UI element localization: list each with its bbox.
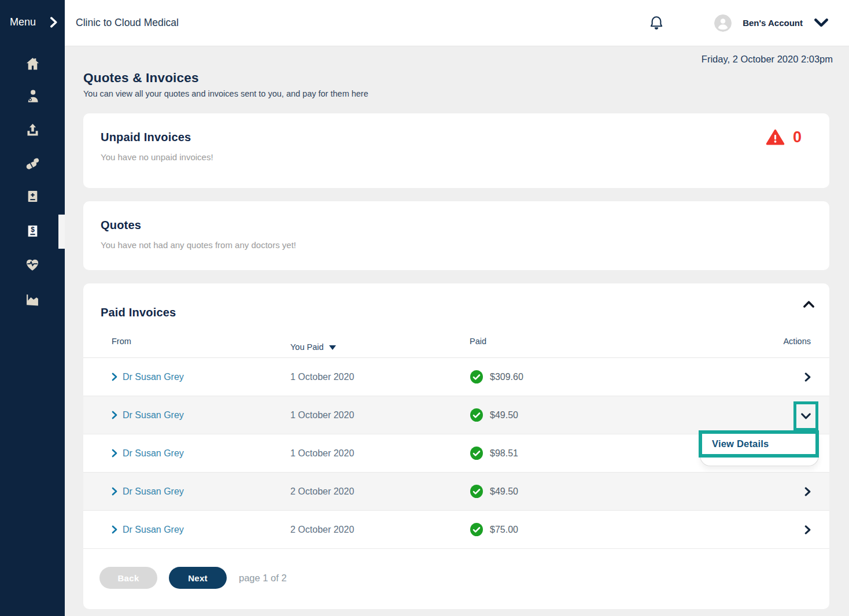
column-from: From: [112, 337, 290, 357]
column-you-paid-sort[interactable]: You Paid: [290, 337, 470, 357]
paid-invoices-title: Paid Invoices: [83, 283, 829, 319]
table-header: From You Paid Paid Actions: [83, 337, 829, 358]
paid-invoices-card: Paid Invoices From You Paid Paid Actions…: [83, 283, 829, 609]
doctor-name: Dr Susan Grey: [123, 448, 184, 459]
row-actions-button[interactable]: [804, 525, 811, 534]
svg-text:$: $: [31, 226, 35, 234]
next-button[interactable]: Next: [169, 567, 227, 589]
paid-check-icon: [470, 522, 483, 537]
chevron-right-icon: [112, 487, 117, 496]
sidebar-item-reports[interactable]: [0, 291, 65, 309]
invoice-icon: $: [25, 224, 40, 241]
warning-icon: [765, 128, 785, 146]
doctor-name: Dr Susan Grey: [123, 410, 184, 420]
unpaid-invoices-card: Unpaid Invoices You have no unpaid invoi…: [83, 113, 829, 188]
sidebar-item-health[interactable]: [0, 256, 65, 275]
sidebar-item-medications[interactable]: [0, 156, 65, 174]
column-actions: Actions: [783, 337, 811, 357]
quotes-title: Quotes: [83, 201, 829, 232]
topbar-right: Ben's Account: [648, 14, 849, 32]
doctor-name: Dr Susan Grey: [123, 372, 184, 382]
pagination: Back Next page 1 of 2: [99, 567, 829, 589]
sidebar-item-uploads[interactable]: [0, 122, 65, 140]
paid-amount-cell: $75.00: [470, 522, 776, 537]
unpaid-invoices-message: You have no unpaid invoices!: [101, 152, 829, 162]
active-item-indicator: [58, 215, 65, 249]
chevron-up-icon: [803, 301, 814, 308]
paid-amount: $98.51: [490, 448, 518, 459]
invoice-from-link[interactable]: Dr Susan Grey: [112, 486, 290, 497]
sidebar-item-home[interactable]: [0, 56, 65, 74]
user-icon: [714, 14, 732, 32]
paid-amount-cell: $49.50: [470, 484, 776, 499]
paid-check-icon: [470, 408, 483, 422]
chevron-right-icon: [112, 411, 117, 419]
collapse-section-button[interactable]: [803, 301, 814, 308]
chevron-down-icon: [801, 413, 811, 419]
page-title: Quotes & Invoices: [83, 71, 849, 86]
avatar[interactable]: [714, 14, 732, 32]
paid-date: 1 October 2020: [290, 448, 470, 459]
current-datetime: Friday, 2 October 2020 2:03pm: [65, 46, 849, 65]
quotes-card: Quotes You have not had any quotes from …: [83, 201, 829, 270]
column-you-paid-label: You Paid: [290, 342, 324, 352]
invoice-from-link[interactable]: Dr Susan Grey: [112, 525, 290, 535]
notifications-button[interactable]: [648, 14, 665, 31]
paid-amount: $75.00: [490, 525, 518, 535]
paid-check-icon: [470, 484, 483, 499]
sidebar-item-invoices[interactable]: $: [0, 224, 65, 241]
row-actions-button[interactable]: [804, 487, 811, 496]
sidebar: Menu $: [0, 0, 65, 616]
account-name: Ben's Account: [743, 18, 803, 28]
quotes-message: You have not had any quotes from any doc…: [101, 240, 829, 250]
menu-label: Menu: [10, 16, 36, 28]
health-icon: [24, 256, 40, 275]
table-row[interactable]: Dr Susan Grey 1 October 2020 $49.50: [83, 396, 829, 434]
paid-date: 1 October 2020: [290, 410, 470, 420]
unpaid-count: 0: [793, 128, 802, 146]
chevron-right-icon: [112, 449, 117, 458]
medication-icon: [24, 156, 40, 174]
paid-check-icon: [470, 370, 483, 384]
unpaid-invoices-title: Unpaid Invoices: [83, 113, 829, 144]
paid-check-icon: [470, 446, 483, 460]
menu-toggle[interactable]: Menu: [10, 16, 57, 28]
table-row[interactable]: Dr Susan Grey 2 October 2020 $75.00: [83, 511, 829, 549]
chevron-right-icon: [112, 372, 117, 381]
invoice-from-link[interactable]: Dr Susan Grey: [112, 410, 290, 420]
sidebar-item-doctors[interactable]: [0, 88, 65, 106]
doctor-name: Dr Susan Grey: [123, 486, 184, 497]
column-paid: Paid: [470, 337, 776, 357]
chevron-right-icon: [804, 525, 811, 534]
home-icon: [25, 56, 40, 74]
table-row[interactable]: Dr Susan Grey 1 October 2020 $309.60: [83, 358, 829, 396]
account-menu-button[interactable]: [814, 19, 828, 27]
app-title: Clinic to Cloud Medical: [76, 17, 179, 29]
view-details-label: View Details: [712, 438, 769, 449]
unpaid-count-cluster: 0: [765, 128, 802, 146]
topbar: Clinic to Cloud Medical Ben's Account: [65, 0, 849, 46]
paid-amount: $49.50: [490, 410, 518, 420]
upload-icon: [25, 122, 40, 140]
doctor-name: Dr Susan Grey: [123, 525, 184, 535]
doctor-icon: [24, 88, 40, 106]
row-actions-expanded-button[interactable]: [793, 401, 818, 431]
sidebar-item-records[interactable]: [0, 189, 65, 206]
main-content: Friday, 2 October 2020 2:03pm Quotes & I…: [65, 46, 849, 616]
chevron-down-icon: [814, 19, 828, 27]
bell-icon: [648, 14, 665, 31]
paid-date: 2 October 2020: [290, 525, 470, 535]
chevron-right-icon: [50, 17, 57, 28]
table-row[interactable]: Dr Susan Grey 2 October 2020 $49.50: [83, 473, 829, 511]
paid-amount-cell: $49.50: [470, 408, 776, 422]
reports-icon: [24, 291, 40, 309]
row-actions-button[interactable]: [804, 372, 811, 382]
invoice-from-link[interactable]: Dr Susan Grey: [112, 372, 290, 382]
invoice-from-link[interactable]: Dr Susan Grey: [112, 448, 290, 459]
chevron-right-icon: [804, 487, 811, 496]
page-subtitle: You can view all your quotes and invoice…: [83, 89, 849, 99]
view-details-menu-item[interactable]: View Details: [699, 430, 819, 458]
paid-amount: $49.50: [490, 486, 518, 497]
paid-amount: $309.60: [490, 372, 523, 382]
back-button[interactable]: Back: [99, 567, 157, 589]
